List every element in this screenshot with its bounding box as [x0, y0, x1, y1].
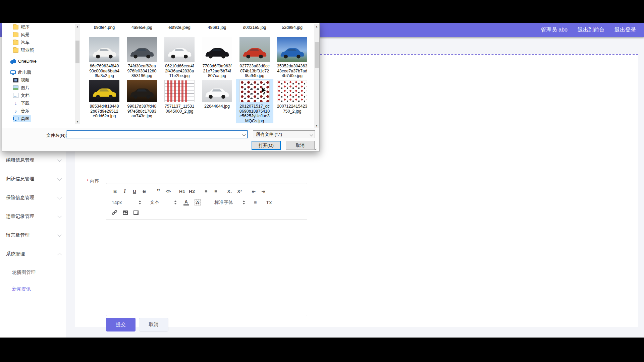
tree-scrollbar[interactable]: ▲ ▼: [75, 24, 80, 124]
sidebar-item[interactable]: 归还信息管理: [0, 170, 66, 188]
scrollbar-thumb[interactable]: [75, 41, 79, 63]
file-name[interactable]: d0021e5.jpg: [236, 25, 273, 30]
file-item[interactable]: 7571137_115310645000_2.jpg: [161, 79, 198, 123]
tree-item[interactable]: 此电脑: [2, 68, 75, 76]
ordered-list-icon[interactable]: ≡: [203, 188, 209, 195]
editor-toolbar: BIUS”</>H1H2≡≡X₂X²⇤⇥ 14px 文本 A A 标准字体: [106, 183, 307, 220]
tree-item-label: 音乐: [21, 108, 30, 114]
resize-grip[interactable]: [315, 147, 318, 150]
sidebar-item[interactable]: 违章记录管理: [0, 207, 66, 226]
cancel-button[interactable]: 取消: [139, 318, 168, 331]
text-color-icon[interactable]: A: [183, 199, 189, 205]
bullet-list-icon[interactable]: ≡: [212, 188, 219, 195]
tree-item[interactable]: 文档: [2, 92, 75, 99]
file-name[interactable]: 4a8e5e.jpg: [123, 25, 161, 30]
font-family-select[interactable]: 标准字体: [214, 199, 245, 205]
file-item[interactable]: 35352da30436343cee7a37b7ad4b7d0e.jpg: [273, 36, 311, 78]
tree-item[interactable]: 汽车: [2, 39, 75, 46]
editor-content-area[interactable]: [106, 220, 307, 316]
tree-item[interactable]: 下载: [2, 99, 75, 107]
code-block-icon[interactable]: </>: [165, 188, 171, 195]
list-scrollbar[interactable]: ▲ ▼: [314, 24, 319, 128]
indent-icon[interactable]: ⇥: [260, 188, 267, 195]
submit-button[interactable]: 提交: [106, 318, 136, 331]
open-button[interactable]: 打开(O): [252, 141, 281, 150]
sidebar-subitem[interactable]: 新闻资讯: [0, 281, 66, 298]
sidebar-item[interactable]: 留言板管理: [0, 226, 66, 245]
header-2-icon[interactable]: H2: [189, 188, 195, 195]
file-name: 7571137_115310645000_2.jpg: [165, 104, 195, 114]
file-thumbnail: [277, 80, 307, 102]
tree-item[interactable]: 职业照: [2, 46, 75, 54]
tree-item[interactable]: 风景: [2, 31, 75, 39]
dialog-cancel-button[interactable]: 取消: [286, 141, 315, 150]
align-icon[interactable]: ≡: [252, 199, 259, 206]
file-name[interactable]: b9dfe4.png: [86, 25, 123, 30]
tree-item[interactable]: OneDrive: [2, 57, 75, 65]
underline-icon[interactable]: U: [131, 188, 138, 195]
outdent-icon[interactable]: ⇤: [250, 188, 257, 195]
file-item[interactable]: 66e769634f84993c009ae6bab4f9a3c2.jpg: [86, 36, 123, 78]
format-select[interactable]: 文本: [150, 199, 177, 205]
tree-item[interactable]: 程序: [2, 23, 75, 31]
folder-icon: [13, 48, 18, 53]
file-item[interactable]: 22644644.jpg: [198, 79, 236, 123]
tree-item[interactable]: 桌面: [2, 115, 75, 122]
chevron-down-icon[interactable]: [243, 133, 246, 136]
file-type-select[interactable]: 所有文件 (*.*): [253, 130, 315, 138]
file-item[interactable]: 74fd38eaf62ea976fe03841260853196.jpg: [123, 36, 161, 78]
file-thumbnail: [202, 37, 232, 62]
stepper-icon: [139, 200, 141, 204]
file-item[interactable]: 06210d66cea4f2f436ac42838a11e2be.jpg: [161, 36, 198, 78]
file-thumbnail: [202, 80, 232, 102]
rich-text-editor[interactable]: BIUS”</>H1H2≡≡X₂X²⇤⇥ 14px 文本 A A 标准字体: [106, 183, 307, 316]
sidebar-item[interactable]: 续租信息管理: [0, 151, 66, 170]
tree-item[interactable]: 音乐: [2, 107, 75, 115]
file-item[interactable]: 99017d387fd489f7e5b8c17883aa743e.jpg: [123, 79, 161, 123]
tree-item[interactable]: 图片: [2, 84, 75, 92]
header-1-icon[interactable]: H1: [179, 188, 185, 195]
file-item[interactable]: 2012071517_dc8690b18875410e5625JyUcJue3M…: [236, 79, 273, 123]
picture-icon: [13, 85, 18, 90]
scroll-up-icon[interactable]: ▲: [75, 24, 80, 29]
file-item[interactable]: 2007122415423750_2.jpg: [273, 79, 311, 123]
file-item[interactable]: 88534d4f184482b67d9e29512e0dd62a.jpg: [86, 79, 123, 123]
superscript-icon[interactable]: X²: [236, 188, 243, 195]
tree-item[interactable]: 视频: [2, 76, 75, 84]
link-icon[interactable]: [112, 210, 117, 217]
sidebar-item-label: 保险信息管理: [6, 195, 34, 201]
download-icon: [13, 101, 18, 106]
file-name: 66e769634f84993c009ae6bab4f9a3c2.jpg: [89, 64, 119, 78]
exit-to-front-link[interactable]: 退出到前台: [578, 26, 604, 34]
tree-item-label: 图片: [21, 85, 30, 91]
file-name[interactable]: 52d984.jpg: [273, 25, 311, 30]
logout-link[interactable]: 退出登录: [614, 26, 636, 34]
file-name[interactable]: 48691.jpg: [198, 25, 236, 30]
sidebar-item[interactable]: 保险信息管理: [0, 188, 66, 207]
strikethrough-icon[interactable]: S: [141, 188, 148, 195]
clear-format-icon[interactable]: Tx: [266, 199, 272, 206]
toolbar-row-2: 14px 文本 A A 标准字体 ≡ Tx: [112, 198, 302, 206]
video-icon[interactable]: [133, 210, 139, 217]
file-item[interactable]: 027723a83d8cc074b13bf31c72f8a94b.jpg: [236, 36, 273, 78]
scroll-up-icon[interactable]: ▲: [314, 24, 319, 29]
sidebar-item-label: 归还信息管理: [6, 176, 34, 182]
background-color-icon[interactable]: A: [195, 199, 201, 205]
tree-item-label: 程序: [21, 24, 30, 30]
italic-icon[interactable]: I: [121, 188, 128, 195]
sidebar-subitem[interactable]: 轮播图管理: [0, 264, 66, 281]
font-size-select[interactable]: 14px: [112, 200, 141, 205]
file-item[interactable]: 7703d6ff9a963f21e72aef6b74f807ca.jpg: [198, 36, 236, 78]
bold-icon[interactable]: B: [112, 188, 118, 195]
filename-input[interactable]: [67, 130, 248, 138]
tree-item-label: OneDrive: [18, 59, 37, 64]
subscript-icon[interactable]: X₂: [226, 188, 233, 195]
scrollbar-thumb[interactable]: [315, 42, 319, 68]
blockquote-icon[interactable]: ”: [155, 190, 162, 193]
tree-item-label: 汽车: [21, 40, 30, 46]
scroll-down-icon[interactable]: ▼: [75, 119, 80, 124]
image-icon[interactable]: [122, 210, 128, 217]
sidebar-item[interactable]: 系统管理: [0, 245, 66, 263]
pc-icon: [10, 70, 16, 74]
file-name[interactable]: ebf92e.jpeg: [161, 25, 198, 30]
